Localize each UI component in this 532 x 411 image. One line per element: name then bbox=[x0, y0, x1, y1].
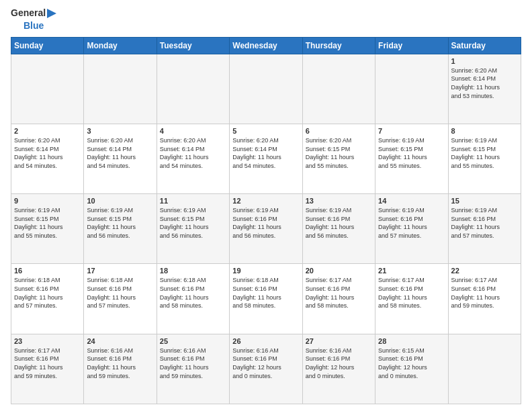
day-number: 25 bbox=[160, 337, 226, 345]
day-info: Sunrise: 6:19 AM Sunset: 6:15 PM Dayligh… bbox=[87, 206, 153, 240]
week-row-2: 9Sunrise: 6:19 AM Sunset: 6:15 PM Daylig… bbox=[11, 194, 521, 264]
day-number: 24 bbox=[87, 337, 153, 345]
day-cell: 6Sunrise: 6:20 AM Sunset: 6:15 PM Daylig… bbox=[302, 124, 375, 194]
day-cell: 23Sunrise: 6:17 AM Sunset: 6:16 PM Dayli… bbox=[11, 334, 84, 404]
day-info: Sunrise: 6:20 AM Sunset: 6:14 PM Dayligh… bbox=[14, 136, 81, 170]
day-cell: 20Sunrise: 6:17 AM Sunset: 6:16 PM Dayli… bbox=[302, 264, 375, 334]
day-cell: 4Sunrise: 6:20 AM Sunset: 6:14 PM Daylig… bbox=[157, 124, 229, 194]
day-cell: 10Sunrise: 6:19 AM Sunset: 6:15 PM Dayli… bbox=[84, 194, 157, 264]
day-info: Sunrise: 6:20 AM Sunset: 6:14 PM Dayligh… bbox=[232, 136, 299, 170]
weekday-header-wednesday: Wednesday bbox=[230, 37, 302, 54]
header: GeneralBlue bbox=[11, 8, 521, 32]
day-cell: 5Sunrise: 6:20 AM Sunset: 6:14 PM Daylig… bbox=[230, 124, 302, 194]
day-cell bbox=[302, 54, 375, 124]
day-number: 28 bbox=[378, 337, 445, 345]
day-number: 20 bbox=[306, 267, 372, 275]
week-row-1: 2Sunrise: 6:20 AM Sunset: 6:14 PM Daylig… bbox=[11, 124, 521, 194]
day-number: 16 bbox=[14, 267, 81, 275]
day-info: Sunrise: 6:19 AM Sunset: 6:15 PM Dayligh… bbox=[14, 206, 81, 240]
day-number: 21 bbox=[378, 267, 445, 275]
day-number: 5 bbox=[232, 127, 299, 135]
day-info: Sunrise: 6:17 AM Sunset: 6:16 PM Dayligh… bbox=[306, 276, 372, 310]
day-info: Sunrise: 6:16 AM Sunset: 6:16 PM Dayligh… bbox=[306, 347, 372, 380]
day-info: Sunrise: 6:20 AM Sunset: 6:14 PM Dayligh… bbox=[451, 66, 518, 100]
day-cell: 2Sunrise: 6:20 AM Sunset: 6:14 PM Daylig… bbox=[11, 124, 84, 194]
day-cell bbox=[157, 54, 229, 124]
day-cell bbox=[448, 334, 521, 404]
day-cell bbox=[375, 54, 448, 124]
day-cell: 13Sunrise: 6:19 AM Sunset: 6:16 PM Dayli… bbox=[302, 194, 375, 264]
day-cell bbox=[84, 54, 157, 124]
day-number: 14 bbox=[378, 197, 445, 205]
day-number: 19 bbox=[232, 267, 299, 275]
day-cell: 14Sunrise: 6:19 AM Sunset: 6:16 PM Dayli… bbox=[375, 194, 448, 264]
day-info: Sunrise: 6:19 AM Sunset: 6:15 PM Dayligh… bbox=[451, 136, 518, 170]
day-number: 17 bbox=[87, 267, 153, 275]
day-cell: 17Sunrise: 6:18 AM Sunset: 6:16 PM Dayli… bbox=[84, 264, 157, 334]
weekday-header-row: SundayMondayTuesdayWednesdayThursdayFrid… bbox=[11, 37, 521, 54]
day-number: 12 bbox=[232, 197, 299, 205]
day-number: 15 bbox=[451, 197, 518, 205]
day-number: 10 bbox=[87, 197, 153, 205]
day-cell: 15Sunrise: 6:19 AM Sunset: 6:16 PM Dayli… bbox=[448, 194, 521, 264]
calendar: SundayMondayTuesdayWednesdayThursdayFrid… bbox=[11, 37, 521, 404]
day-info: Sunrise: 6:19 AM Sunset: 6:16 PM Dayligh… bbox=[451, 206, 518, 240]
svg-marker-0 bbox=[47, 9, 56, 18]
day-info: Sunrise: 6:18 AM Sunset: 6:16 PM Dayligh… bbox=[232, 276, 299, 310]
day-info: Sunrise: 6:20 AM Sunset: 6:15 PM Dayligh… bbox=[306, 136, 372, 170]
day-number: 27 bbox=[306, 337, 372, 345]
day-number: 9 bbox=[14, 197, 81, 205]
day-number: 23 bbox=[14, 337, 81, 345]
day-cell: 18Sunrise: 6:18 AM Sunset: 6:16 PM Dayli… bbox=[157, 264, 229, 334]
day-cell: 9Sunrise: 6:19 AM Sunset: 6:15 PM Daylig… bbox=[11, 194, 84, 264]
page: GeneralBlue SundayMondayTuesdayWednesday… bbox=[0, 0, 532, 411]
weekday-header-saturday: Saturday bbox=[448, 37, 521, 54]
day-info: Sunrise: 6:16 AM Sunset: 6:16 PM Dayligh… bbox=[232, 347, 299, 380]
day-number: 3 bbox=[87, 127, 153, 135]
day-number: 11 bbox=[160, 197, 226, 205]
day-info: Sunrise: 6:20 AM Sunset: 6:14 PM Dayligh… bbox=[87, 136, 153, 170]
day-cell: 12Sunrise: 6:19 AM Sunset: 6:16 PM Dayli… bbox=[230, 194, 302, 264]
day-number: 7 bbox=[378, 127, 445, 135]
day-cell: 7Sunrise: 6:19 AM Sunset: 6:15 PM Daylig… bbox=[375, 124, 448, 194]
day-cell: 8Sunrise: 6:19 AM Sunset: 6:15 PM Daylig… bbox=[448, 124, 521, 194]
day-number: 18 bbox=[160, 267, 226, 275]
day-cell: 3Sunrise: 6:20 AM Sunset: 6:14 PM Daylig… bbox=[84, 124, 157, 194]
day-info: Sunrise: 6:19 AM Sunset: 6:16 PM Dayligh… bbox=[378, 206, 445, 240]
day-cell: 1Sunrise: 6:20 AM Sunset: 6:14 PM Daylig… bbox=[448, 54, 521, 124]
weekday-header-tuesday: Tuesday bbox=[157, 37, 229, 54]
day-cell: 16Sunrise: 6:18 AM Sunset: 6:16 PM Dayli… bbox=[11, 264, 84, 334]
day-info: Sunrise: 6:18 AM Sunset: 6:16 PM Dayligh… bbox=[160, 276, 226, 310]
day-number: 2 bbox=[14, 127, 81, 135]
weekday-header-monday: Monday bbox=[84, 37, 157, 54]
day-info: Sunrise: 6:19 AM Sunset: 6:16 PM Dayligh… bbox=[306, 206, 372, 240]
day-info: Sunrise: 6:20 AM Sunset: 6:14 PM Dayligh… bbox=[160, 136, 226, 170]
day-info: Sunrise: 6:17 AM Sunset: 6:16 PM Dayligh… bbox=[451, 276, 518, 310]
weekday-header-sunday: Sunday bbox=[11, 37, 84, 54]
day-info: Sunrise: 6:17 AM Sunset: 6:16 PM Dayligh… bbox=[14, 347, 81, 380]
day-number: 13 bbox=[306, 197, 372, 205]
week-row-3: 16Sunrise: 6:18 AM Sunset: 6:16 PM Dayli… bbox=[11, 264, 521, 334]
day-cell: 19Sunrise: 6:18 AM Sunset: 6:16 PM Dayli… bbox=[230, 264, 302, 334]
logo-blue: Blue bbox=[24, 21, 44, 31]
day-number: 6 bbox=[306, 127, 372, 135]
logo: GeneralBlue bbox=[11, 8, 56, 32]
day-number: 8 bbox=[451, 127, 518, 135]
day-info: Sunrise: 6:17 AM Sunset: 6:16 PM Dayligh… bbox=[378, 276, 445, 310]
weekday-header-thursday: Thursday bbox=[302, 37, 375, 54]
day-number: 26 bbox=[232, 337, 299, 345]
day-number: 22 bbox=[451, 267, 518, 275]
day-info: Sunrise: 6:16 AM Sunset: 6:16 PM Dayligh… bbox=[87, 347, 153, 380]
day-cell: 26Sunrise: 6:16 AM Sunset: 6:16 PM Dayli… bbox=[230, 334, 302, 404]
day-info: Sunrise: 6:18 AM Sunset: 6:16 PM Dayligh… bbox=[14, 276, 81, 310]
day-cell: 24Sunrise: 6:16 AM Sunset: 6:16 PM Dayli… bbox=[84, 334, 157, 404]
day-info: Sunrise: 6:19 AM Sunset: 6:15 PM Dayligh… bbox=[160, 206, 226, 240]
day-cell: 27Sunrise: 6:16 AM Sunset: 6:16 PM Dayli… bbox=[302, 334, 375, 404]
day-cell: 21Sunrise: 6:17 AM Sunset: 6:16 PM Dayli… bbox=[375, 264, 448, 334]
day-number: 4 bbox=[160, 127, 226, 135]
day-cell: 22Sunrise: 6:17 AM Sunset: 6:16 PM Dayli… bbox=[448, 264, 521, 334]
day-number: 1 bbox=[451, 57, 518, 65]
day-info: Sunrise: 6:15 AM Sunset: 6:16 PM Dayligh… bbox=[378, 347, 445, 380]
day-info: Sunrise: 6:18 AM Sunset: 6:16 PM Dayligh… bbox=[87, 276, 153, 310]
logo-general: General bbox=[11, 8, 46, 18]
